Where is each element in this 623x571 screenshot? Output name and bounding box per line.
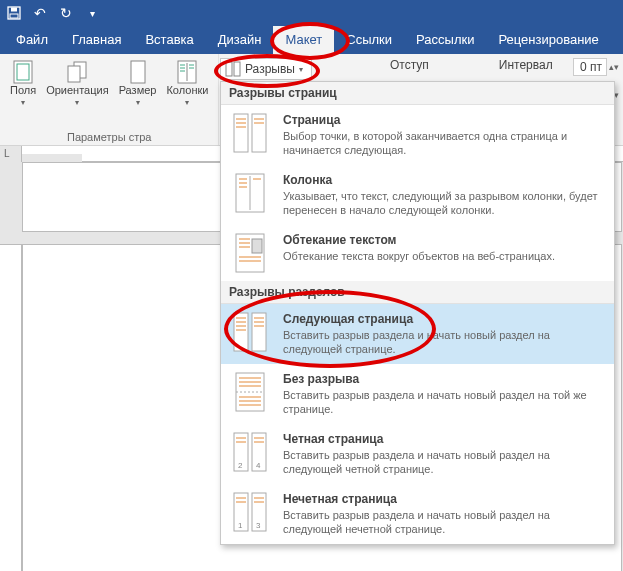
svg-rect-18 bbox=[252, 114, 266, 152]
save-icon[interactable] bbox=[6, 5, 22, 21]
tab-review[interactable]: Рецензирование bbox=[486, 26, 610, 54]
svg-rect-7 bbox=[131, 61, 145, 83]
break-next-page[interactable]: Следующая страница Вставить разрыв разде… bbox=[221, 304, 614, 364]
columns-button[interactable]: Колонки ▾ bbox=[162, 58, 212, 109]
size-label: Размер bbox=[119, 84, 157, 96]
odd-page-break-icon: 13 bbox=[231, 492, 269, 532]
tab-stop-marker[interactable]: L bbox=[0, 148, 10, 159]
break-even-page[interactable]: 24 Четная страница Вставить разрыв разде… bbox=[221, 424, 614, 484]
chevron-down-icon: ▾ bbox=[21, 98, 25, 107]
qat-dropdown-icon[interactable]: ▾ bbox=[84, 5, 100, 21]
quick-access-toolbar: ↶ ↻ ▾ bbox=[0, 0, 623, 26]
spacing-before-stepper[interactable]: 0 пт▴▾ bbox=[573, 58, 619, 76]
size-button[interactable]: Размер ▾ bbox=[115, 58, 161, 109]
textwrap-break-icon bbox=[231, 233, 269, 273]
svg-rect-16 bbox=[234, 62, 240, 76]
margins-button[interactable]: Поля ▾ bbox=[6, 58, 40, 109]
column-break-icon bbox=[231, 173, 269, 213]
svg-rect-1 bbox=[11, 8, 17, 12]
section-section-breaks: Разрывы разделов bbox=[221, 281, 614, 304]
tab-layout[interactable]: Макет bbox=[273, 26, 334, 54]
tab-file[interactable]: Файл bbox=[4, 26, 60, 54]
breaks-button[interactable]: Разрывы ▾ bbox=[220, 58, 312, 80]
spacing-label: Интервал bbox=[499, 58, 553, 72]
svg-text:3: 3 bbox=[256, 521, 261, 530]
svg-rect-15 bbox=[226, 62, 232, 76]
svg-text:4: 4 bbox=[256, 461, 261, 470]
svg-text:2: 2 bbox=[238, 461, 243, 470]
redo-icon[interactable]: ↻ bbox=[58, 5, 74, 21]
break-textwrap-desc: Обтекание текста вокруг объектов на веб-… bbox=[283, 249, 604, 263]
break-page-desc: Выбор точки, в которой заканчивается одн… bbox=[283, 129, 604, 157]
orientation-label: Ориентация bbox=[46, 84, 108, 96]
break-continuous-title: Без разрыва bbox=[283, 372, 604, 386]
break-column-desc: Указывает, что текст, следующий за разры… bbox=[283, 189, 604, 217]
break-continuous-desc: Вставить разрыв раздела и начать новый р… bbox=[283, 388, 604, 416]
break-next-page-desc: Вставить разрыв раздела и начать новый р… bbox=[283, 328, 604, 356]
stepper-icon: ▴▾ bbox=[609, 62, 619, 72]
break-textwrap[interactable]: Обтекание текстом Обтекание текста вокру… bbox=[221, 225, 614, 281]
chevron-down-icon: ▾ bbox=[75, 98, 79, 107]
margins-label: Поля bbox=[10, 84, 36, 96]
ruler-vertical[interactable] bbox=[0, 162, 22, 571]
chevron-down-icon: ▾ bbox=[185, 98, 189, 107]
break-odd-page-desc: Вставить разрыв раздела и начать новый р… bbox=[283, 508, 604, 536]
page-setup-group: Поля ▾ Ориентация ▾ Размер ▾ Колонки ▾ П… bbox=[0, 54, 219, 145]
columns-icon bbox=[176, 60, 198, 82]
chevron-down-icon: ▾ bbox=[299, 65, 303, 74]
columns-label: Колонки bbox=[166, 84, 208, 96]
break-column[interactable]: Колонка Указывает, что текст, следующий … bbox=[221, 165, 614, 225]
break-odd-page-title: Нечетная страница bbox=[283, 492, 604, 506]
svg-rect-37 bbox=[234, 313, 248, 351]
page-setup-group-label: Параметры стра bbox=[6, 129, 212, 143]
continuous-break-icon bbox=[231, 372, 269, 412]
break-next-page-title: Следующая страница bbox=[283, 312, 604, 326]
break-continuous[interactable]: Без разрыва Вставить разрыв раздела и на… bbox=[221, 364, 614, 424]
even-page-break-icon: 24 bbox=[231, 432, 269, 472]
tab-mailings[interactable]: Рассылки bbox=[404, 26, 486, 54]
orientation-icon bbox=[66, 60, 88, 82]
break-textwrap-title: Обтекание текстом bbox=[283, 233, 604, 247]
breaks-dropdown: Разрывы страниц Страница Выбор точки, в … bbox=[220, 81, 615, 545]
break-page[interactable]: Страница Выбор точки, в которой заканчив… bbox=[221, 105, 614, 165]
breaks-label: Разрывы bbox=[245, 62, 295, 76]
svg-rect-6 bbox=[68, 66, 80, 82]
svg-rect-31 bbox=[252, 239, 262, 253]
orientation-button[interactable]: Ориентация ▾ bbox=[42, 58, 112, 109]
tab-design[interactable]: Дизайн bbox=[206, 26, 274, 54]
break-page-title: Страница bbox=[283, 113, 604, 127]
break-column-title: Колонка bbox=[283, 173, 604, 187]
break-even-page-title: Четная страница bbox=[283, 432, 604, 446]
svg-rect-38 bbox=[252, 313, 266, 351]
svg-rect-17 bbox=[234, 114, 248, 152]
break-odd-page[interactable]: 13 Нечетная страница Вставить разрыв раз… bbox=[221, 484, 614, 544]
tab-home[interactable]: Главная bbox=[60, 26, 133, 54]
margins-icon bbox=[12, 60, 34, 82]
chevron-down-icon: ▾ bbox=[136, 98, 140, 107]
page-break-icon bbox=[231, 113, 269, 153]
svg-rect-2 bbox=[10, 14, 18, 18]
next-page-break-icon bbox=[231, 312, 269, 352]
section-page-breaks: Разрывы страниц bbox=[221, 82, 614, 105]
undo-icon[interactable]: ↶ bbox=[32, 5, 48, 21]
ribbon-tabs: Файл Главная Вставка Дизайн Макет Ссылки… bbox=[0, 26, 623, 54]
breaks-icon bbox=[225, 61, 241, 77]
indent-label: Отступ bbox=[390, 58, 429, 72]
break-even-page-desc: Вставить разрыв раздела и начать новый р… bbox=[283, 448, 604, 476]
size-icon bbox=[127, 60, 149, 82]
svg-text:1: 1 bbox=[238, 521, 243, 530]
spacing-before-value: 0 пт bbox=[573, 58, 607, 76]
tab-insert[interactable]: Вставка bbox=[133, 26, 205, 54]
tab-references[interactable]: Ссылки bbox=[334, 26, 404, 54]
